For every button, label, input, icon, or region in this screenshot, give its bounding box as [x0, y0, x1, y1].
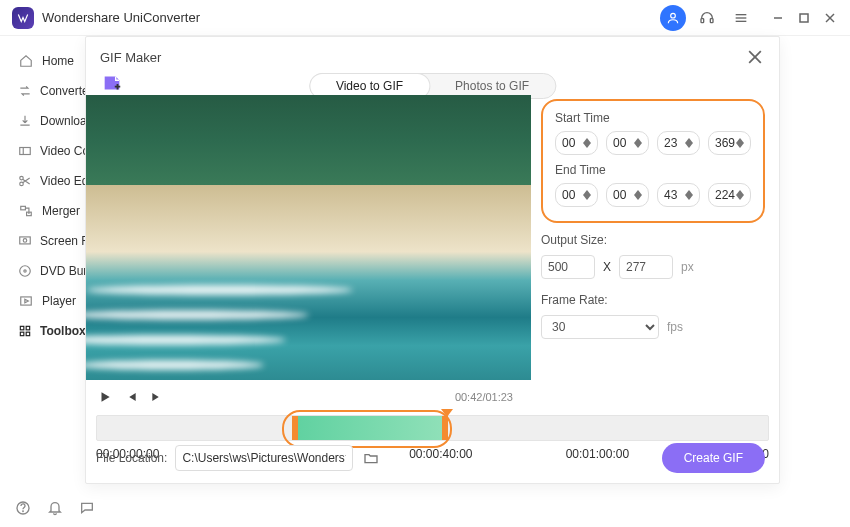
bell-icon[interactable] [46, 499, 64, 517]
svg-point-25 [23, 511, 24, 512]
end-hours-stepper[interactable]: 00 [555, 183, 598, 207]
add-file-button[interactable] [100, 71, 124, 95]
svg-point-18 [24, 270, 26, 272]
disc-icon [18, 264, 32, 278]
output-unit: px [681, 260, 694, 274]
start-minutes-stepper[interactable]: 00 [606, 131, 649, 155]
sidebar-item-label: Downloader [40, 114, 85, 128]
fps-unit: fps [667, 320, 683, 334]
sidebar-item-home[interactable]: Home [0, 46, 85, 76]
merge-icon [18, 204, 34, 218]
sidebar-item-label: Video Editor [40, 174, 85, 188]
svg-rect-2 [710, 18, 713, 22]
start-time-label: Start Time [555, 111, 751, 125]
app-logo-icon [12, 7, 34, 29]
sidebar-bottom [14, 499, 96, 517]
svg-point-16 [23, 239, 27, 243]
dialog-footer: File Location: C:\Users\ws\Pictures\Wond… [96, 443, 765, 473]
sidebar: Home Converter Downloader Video Compress… [0, 36, 85, 527]
record-icon [18, 234, 32, 248]
sidebar-item-label: DVD Burner [40, 264, 85, 278]
start-ms-stepper[interactable]: 369 [708, 131, 751, 155]
sidebar-item-toolbox[interactable]: Toolbox [0, 316, 85, 346]
headset-icon[interactable] [694, 5, 720, 31]
svg-rect-20 [20, 326, 24, 330]
account-icon[interactable] [660, 5, 686, 31]
playback-time: 00:42/01:23 [455, 391, 521, 403]
file-location-label: File Location: [96, 451, 167, 465]
gif-maker-dialog: GIF Maker Video to GIF Photos to GIF 00:… [85, 36, 780, 484]
dialog-title: GIF Maker [100, 50, 161, 65]
time-range-box: Start Time 00 00 23 369 End Time 00 00 4… [541, 99, 765, 223]
sidebar-item-label: Player [42, 294, 76, 308]
svg-rect-7 [800, 14, 808, 22]
app-title: Wondershare UniConverter [42, 10, 652, 25]
sidebar-item-label: Home [42, 54, 74, 68]
end-ms-stepper[interactable]: 224 [708, 183, 751, 207]
end-seconds-stepper[interactable]: 43 [657, 183, 700, 207]
svg-rect-22 [20, 332, 24, 336]
video-preview[interactable] [86, 95, 531, 380]
play-button[interactable] [96, 388, 114, 406]
browse-folder-button[interactable] [361, 448, 381, 468]
output-size-label: Output Size: [541, 233, 626, 247]
svg-rect-23 [26, 332, 30, 336]
sidebar-item-label: Video Compressor [40, 144, 85, 158]
sidebar-item-editor[interactable]: Video Editor [0, 166, 85, 196]
sidebar-item-label: Screen Recorder [40, 234, 85, 248]
playhead-marker-icon[interactable] [441, 406, 453, 414]
chevron-down-icon [345, 455, 347, 461]
start-hours-stepper[interactable]: 00 [555, 131, 598, 155]
compress-icon [18, 144, 32, 158]
frame-rate-label: Frame Rate: [541, 293, 626, 307]
converter-icon [18, 84, 32, 98]
file-location-select[interactable]: C:\Users\ws\Pictures\Wonders [175, 445, 353, 471]
selection-range[interactable] [292, 416, 442, 440]
svg-rect-21 [26, 326, 30, 330]
end-minutes-stepper[interactable]: 00 [606, 183, 649, 207]
sidebar-item-player[interactable]: Player [0, 286, 85, 316]
svg-rect-15 [20, 237, 31, 244]
file-location-value: C:\Users\ws\Pictures\Wonders [182, 451, 345, 465]
dialog-close-button[interactable] [745, 47, 765, 67]
start-seconds-stepper[interactable]: 23 [657, 131, 700, 155]
maximize-button[interactable] [796, 10, 812, 26]
frame-rate-select[interactable]: 30 [541, 315, 659, 339]
prev-frame-button[interactable] [122, 388, 140, 406]
sidebar-item-converter[interactable]: Converter [0, 76, 85, 106]
output-height-input[interactable] [619, 255, 673, 279]
sidebar-item-downloader[interactable]: Downloader [0, 106, 85, 136]
close-button[interactable] [822, 10, 838, 26]
menu-icon[interactable] [728, 5, 754, 31]
minimize-button[interactable] [770, 10, 786, 26]
video-area: 00:42/01:23 [86, 95, 531, 414]
svg-point-0 [671, 13, 676, 18]
sidebar-item-label: Merger [42, 204, 80, 218]
svg-point-17 [20, 266, 31, 277]
dialog-header: GIF Maker [86, 37, 779, 71]
sidebar-item-recorder[interactable]: Screen Recorder [0, 226, 85, 256]
player-controls: 00:42/01:23 [86, 380, 531, 414]
svg-rect-19 [21, 297, 32, 305]
help-icon[interactable] [14, 499, 32, 517]
settings-pane: Start Time 00 00 23 369 End Time 00 00 4… [541, 99, 765, 347]
svg-rect-10 [20, 148, 31, 155]
selection-end-handle[interactable] [442, 416, 448, 440]
sidebar-item-dvd[interactable]: DVD Burner [0, 256, 85, 286]
selection-start-handle[interactable] [292, 416, 298, 440]
next-frame-button[interactable] [148, 388, 166, 406]
sidebar-item-label: Converter [40, 84, 85, 98]
create-gif-button[interactable]: Create GIF [662, 443, 765, 473]
svg-rect-13 [21, 206, 26, 210]
sidebar-item-compressor[interactable]: Video Compressor [0, 136, 85, 166]
output-width-input[interactable] [541, 255, 595, 279]
timeline-track[interactable] [96, 415, 769, 441]
window-controls [770, 10, 838, 26]
titlebar: Wondershare UniConverter [0, 0, 850, 36]
download-icon [18, 114, 32, 128]
sidebar-item-merger[interactable]: Merger [0, 196, 85, 226]
toolbox-icon [18, 324, 32, 338]
svg-rect-1 [701, 18, 704, 22]
play-icon [18, 294, 34, 308]
output-sep: X [603, 260, 611, 274]
